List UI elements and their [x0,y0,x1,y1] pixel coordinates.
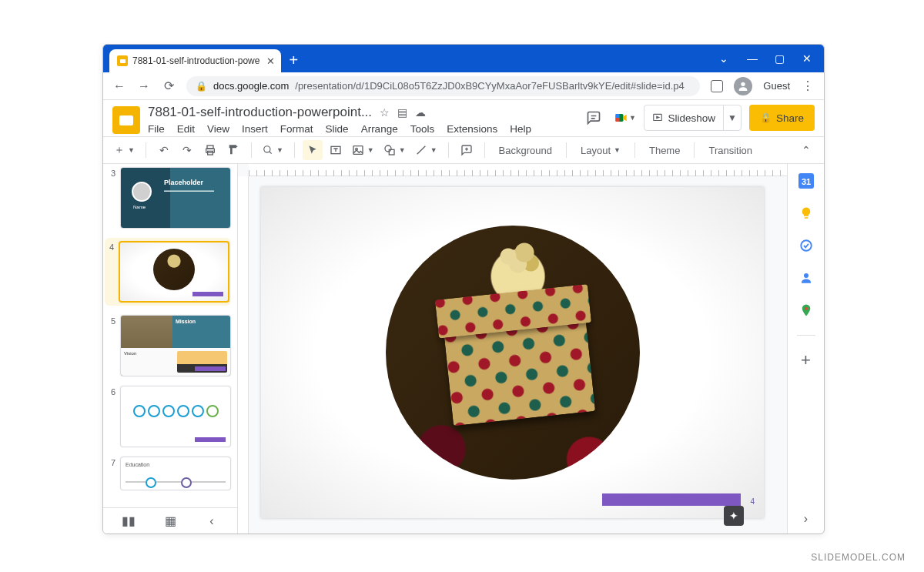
new-tab-button[interactable]: + [289,51,298,69]
meet-icon[interactable]: ▼ [613,106,636,129]
textbox-tool-button[interactable] [326,140,346,160]
theme-button[interactable]: Theme [643,140,686,160]
layout-button[interactable]: Layout▼ [574,140,627,160]
toolbar-collapse-icon[interactable]: ⌃ [796,140,816,160]
new-slide-button[interactable]: ＋▼ [111,140,138,160]
line-tool-button[interactable]: ▼ [412,140,440,160]
slide-thumbnail[interactable]: 6 [106,386,231,447]
move-icon[interactable]: ▤ [397,106,407,119]
nav-reload-icon[interactable]: ⟳ [162,79,176,93]
slides-logo-icon[interactable] [112,106,140,134]
select-tool-button[interactable] [303,140,323,160]
image-tool-button[interactable]: ▼ [349,140,377,160]
browser-menu-icon[interactable]: ⋮ [801,79,815,93]
menu-slide[interactable]: Slide [326,123,349,135]
sidepanel-collapse-icon[interactable]: › [804,512,808,526]
print-button[interactable] [200,140,220,160]
grid-view-icon[interactable]: ▦ [159,513,181,528]
svg-point-26 [804,273,808,278]
window-chevron-icon[interactable]: ⌄ [719,52,728,65]
slide-thumbnail[interactable]: 5 Mission Vision [106,315,231,376]
redo-button[interactable]: ↷ [177,140,197,160]
window-minimize-icon[interactable]: — [747,52,756,65]
url-input[interactable]: 🔒 docs.google.com/presentation/d/1D9CiL0… [186,76,700,96]
svg-point-18 [385,146,391,152]
explore-button[interactable]: ✦ [724,506,744,526]
zoom-button[interactable]: ▼ [259,140,286,160]
svg-text:31: 31 [801,177,810,186]
transition-button[interactable]: Transition [702,140,758,160]
svg-rect-16 [353,146,363,155]
shape-tool-button[interactable]: ▼ [380,140,409,160]
undo-button[interactable]: ↶ [154,140,174,160]
tab-title: 7881-01-self-introduction-powe [132,55,259,66]
slide-accent-bar[interactable] [602,493,741,506]
menu-file[interactable]: File [148,123,165,135]
svg-point-0 [742,82,745,85]
comments-icon[interactable] [582,106,605,129]
svg-point-27 [805,307,808,310]
keep-icon[interactable] [798,206,814,221]
slide-number: 3 [106,167,116,229]
slideshow-dropdown-icon[interactable]: ▼ [724,112,741,123]
nav-forward-icon[interactable]: → [137,79,151,93]
filmstrip-view-icon[interactable]: ▮▮ [118,513,139,528]
maps-icon[interactable] [798,303,814,318]
window-close-icon[interactable]: ✕ [802,52,812,65]
comment-tool-button[interactable] [457,140,477,160]
slide-number: 6 [106,386,116,447]
side-panel: 31 + › [787,164,824,534]
addons-icon[interactable]: + [798,353,814,368]
menu-insert[interactable]: Insert [242,123,268,135]
menu-help[interactable]: Help [510,123,531,135]
calendar-icon[interactable]: 31 [798,173,814,189]
menu-view[interactable]: View [207,123,229,135]
toolbar: ＋▼ ↶ ↷ ▼ ▼ ▼ ▼ [103,136,824,164]
svg-marker-7 [657,116,659,118]
attribution-label: SLIDEMODEL.COM [811,552,906,563]
menu-edit[interactable]: Edit [177,123,195,135]
docs-header: 7881-01-self-introduction-powerpoint... … [103,100,824,136]
paint-format-button[interactable] [223,140,243,160]
extensions-icon[interactable] [711,80,723,92]
window-maximize-icon[interactable]: ▢ [775,52,784,65]
profile-avatar-icon[interactable] [734,77,752,95]
menu-tools[interactable]: Tools [410,123,435,135]
menu-arrange[interactable]: Arrange [361,123,398,135]
svg-line-12 [270,152,272,154]
document-title[interactable]: 7881-01-self-introduction-powerpoint... [148,105,372,120]
menu-bar: File Edit View Insert Format Slide Arran… [148,122,574,136]
slide-canvas[interactable]: 4 ✦ [238,164,787,534]
svg-rect-5 [615,118,619,122]
collapse-filmstrip-icon[interactable]: ‹ [201,514,223,528]
star-icon[interactable]: ☆ [380,106,390,119]
cloud-status-icon[interactable]: ☁ [415,106,426,119]
contacts-icon[interactable] [798,270,814,286]
menu-extensions[interactable]: Extensions [447,123,497,135]
slide-page-number: 4 [750,497,755,506]
background-button[interactable]: Background [493,140,558,160]
window-controls: ⌄ — ▢ ✕ [719,45,819,72]
slide-stage[interactable]: 4 [261,187,764,518]
slide-thumbnail-selected[interactable]: 4 [105,238,231,306]
svg-point-11 [264,146,270,152]
lock-icon: 🔒 [196,81,207,92]
slide-thumbnail[interactable]: 3 Placeholder ▬▬▬▬▬▬▬▬▬▬▬▬▬ Name [106,167,231,229]
browser-address-bar: ← → ⟳ 🔒 docs.google.com/presentation/d/1… [103,72,824,100]
share-button[interactable]: 🔒 Share [749,105,815,131]
profile-label[interactable]: Guest [763,80,790,92]
ruler-horizontal [249,164,787,176]
slideshow-button[interactable]: Slideshow ▼ [644,105,742,131]
browser-tab[interactable]: 7881-01-self-introduction-powe ✕ [109,49,281,72]
slide-thumbnail[interactable]: 7 Education [106,457,231,490]
filmstrip: 3 Placeholder ▬▬▬▬▬▬▬▬▬▬▬▬▬ Name 4 5 [103,164,238,534]
tasks-icon[interactable] [798,238,814,253]
svg-rect-4 [615,114,619,118]
slide-image-gift[interactable] [386,226,640,480]
nav-back-icon[interactable]: ← [112,79,126,93]
tab-close-icon[interactable]: ✕ [266,55,275,67]
slide-number: 7 [106,457,116,490]
browser-titlebar: 7881-01-self-introduction-powe ✕ + ⌄ — ▢… [103,45,824,72]
menu-format[interactable]: Format [280,123,313,135]
share-lock-icon: 🔒 [760,112,772,123]
